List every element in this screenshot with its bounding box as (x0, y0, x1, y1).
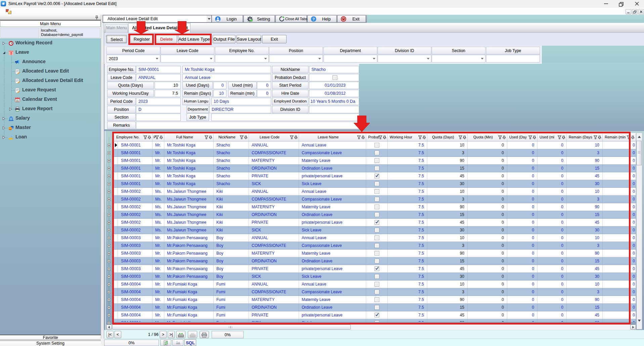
svg-text:?: ? (312, 17, 315, 21)
svg-text:31: 31 (16, 99, 19, 102)
svg-text:%: % (11, 135, 13, 137)
